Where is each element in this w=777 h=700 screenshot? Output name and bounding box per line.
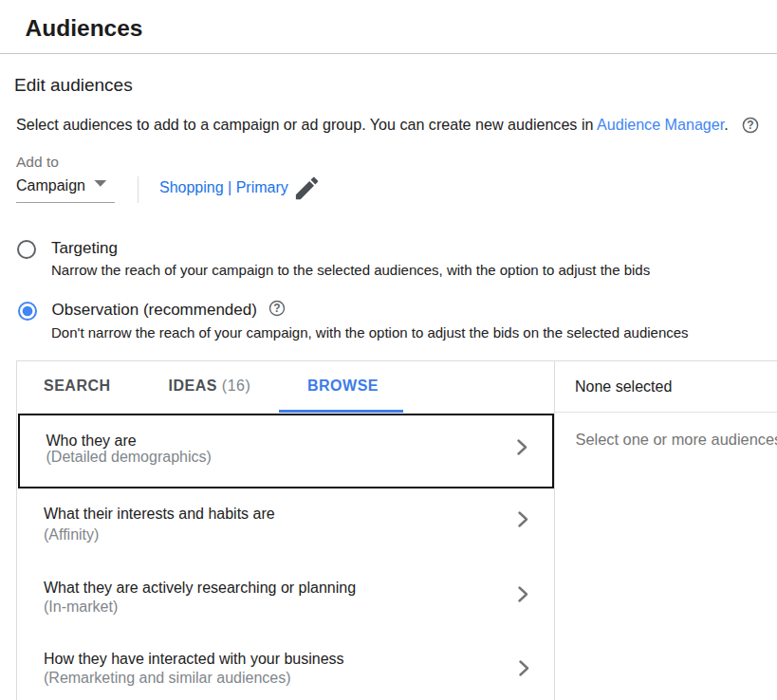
svg-text:?: ? (747, 119, 753, 132)
svg-text:?: ? (273, 302, 280, 315)
